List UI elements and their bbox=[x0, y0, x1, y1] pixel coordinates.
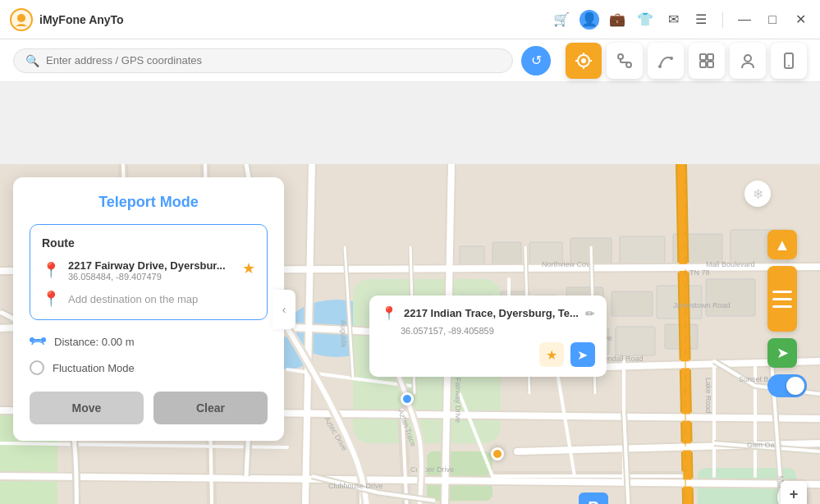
svg-text:TN 78: TN 78 bbox=[689, 268, 710, 277]
origin-coords: 36.058484, -89.407479 bbox=[68, 272, 234, 282]
svg-rect-17 bbox=[708, 62, 713, 67]
distance-icon bbox=[30, 333, 46, 351]
search-input-wrap[interactable]: 🔍 bbox=[13, 48, 513, 73]
menu-icon[interactable]: ☰ bbox=[691, 10, 711, 30]
freeze-location-button[interactable]: ❄ bbox=[744, 181, 771, 207]
svg-text:Augusta: Augusta bbox=[339, 320, 348, 347]
route-mode-button[interactable] bbox=[648, 43, 684, 79]
move-button[interactable]: Move bbox=[30, 392, 144, 424]
mail-icon[interactable]: ✉ bbox=[663, 10, 683, 30]
svg-text:Northview Cove: Northview Cove bbox=[542, 260, 594, 268]
svg-rect-40 bbox=[616, 327, 655, 355]
mode-toolbar bbox=[566, 43, 807, 79]
route-label: Route bbox=[42, 236, 255, 250]
flexible-mode-button[interactable] bbox=[689, 43, 725, 79]
distance-row: Distance: 0.00 m bbox=[30, 333, 268, 351]
svg-rect-35 bbox=[706, 279, 755, 316]
svg-rect-33 bbox=[612, 291, 653, 316]
popup-coords: 36.057157, -89.405859 bbox=[381, 326, 595, 336]
popup-actions: ★ ➤ bbox=[381, 342, 595, 367]
fluctuation-checkbox[interactable] bbox=[30, 360, 44, 375]
svg-text:Fairway Drive: Fairway Drive bbox=[454, 378, 462, 423]
svg-point-3 bbox=[581, 58, 586, 63]
minimize-button[interactable]: — bbox=[735, 10, 754, 30]
toggle-dot bbox=[786, 377, 804, 395]
map-toggle-button[interactable] bbox=[767, 374, 807, 397]
destination-map-dot bbox=[401, 392, 414, 405]
avatar-mode-button[interactable] bbox=[730, 43, 766, 79]
map-up-arrow-button[interactable]: ▲ bbox=[767, 230, 797, 259]
panel-title: Teleport Mode bbox=[30, 194, 268, 211]
app-logo bbox=[10, 8, 33, 31]
svg-text:Jamestown Road: Jamestown Road bbox=[673, 301, 731, 309]
svg-rect-16 bbox=[700, 62, 706, 67]
popup-location-icon: 📍 bbox=[381, 305, 397, 321]
destination-point[interactable]: 📍 Add destination on the map bbox=[42, 290, 255, 308]
panel-collapse-button[interactable]: ‹ bbox=[273, 290, 295, 329]
destination-icon: 📍 bbox=[42, 290, 60, 308]
map-speed-control[interactable] bbox=[767, 266, 797, 332]
popup-navigate-button[interactable]: ➤ bbox=[570, 342, 595, 367]
maximize-button[interactable]: □ bbox=[763, 10, 782, 30]
origin-point: 📍 2217 Fairway Drive, Dyersbur... 36.058… bbox=[42, 259, 255, 282]
origin-icon: 📍 bbox=[42, 261, 60, 279]
search-icon: 🔍 bbox=[25, 54, 39, 67]
teleport-mode-button[interactable] bbox=[566, 43, 602, 79]
popup-title: 2217 Indian Trace, Dyersburg, Te... bbox=[404, 307, 579, 319]
map-right-controls: ▲ ➤ bbox=[767, 230, 807, 397]
svg-text:Lake Road: Lake Road bbox=[704, 378, 712, 414]
svg-point-82 bbox=[41, 337, 46, 342]
origin-name: 2217 Fairway Drive, Dyersbur... bbox=[68, 259, 234, 272]
left-panel: Teleport Mode ‹ Route 📍 2217 Fairway Dri… bbox=[13, 177, 284, 441]
route-box: Route 📍 2217 Fairway Drive, Dyersbur... … bbox=[30, 224, 268, 320]
map-navigate-button[interactable]: ➤ bbox=[767, 338, 797, 368]
device-mode-button[interactable] bbox=[771, 43, 807, 79]
map-popup-header: 📍 2217 Indian Trace, Dyersburg, Te... ✏ bbox=[381, 305, 595, 321]
clear-button[interactable]: Clear bbox=[153, 392, 268, 424]
user-icon[interactable]: 👤 bbox=[579, 10, 599, 30]
svg-point-8 bbox=[618, 54, 623, 59]
zoom-in-button[interactable]: + bbox=[781, 481, 807, 504]
destination-placeholder: Add destination on the map bbox=[68, 293, 198, 305]
svg-rect-14 bbox=[700, 54, 706, 60]
close-button[interactable]: ✕ bbox=[790, 10, 810, 30]
multi-stop-mode-button[interactable] bbox=[607, 43, 643, 79]
popup-edit-icon[interactable]: ✏ bbox=[585, 307, 595, 320]
svg-point-18 bbox=[744, 55, 751, 62]
divider bbox=[722, 11, 723, 28]
distance-text: Distance: 0.00 m bbox=[54, 336, 135, 348]
svg-text:Mall Boulevard: Mall Boulevard bbox=[706, 260, 755, 268]
briefcase-icon[interactable]: 💼 bbox=[607, 10, 627, 30]
map-location-popup: 📍 2217 Indian Trace, Dyersburg, Te... ✏ … bbox=[369, 296, 607, 377]
search-input[interactable] bbox=[46, 54, 501, 66]
svg-rect-43 bbox=[492, 242, 521, 265]
svg-point-1 bbox=[17, 14, 25, 22]
popup-star-button[interactable]: ★ bbox=[539, 342, 564, 367]
map-container[interactable]: Lake Road Fairway Drive Wade Hampton Roa… bbox=[0, 164, 820, 504]
map-zoom-controls: + − bbox=[781, 481, 807, 504]
panel-buttons: Move Clear bbox=[30, 392, 268, 424]
svg-point-81 bbox=[30, 337, 34, 342]
fluctuation-label: Fluctuation Mode bbox=[53, 362, 135, 374]
svg-text:Cooper Drive: Cooper Drive bbox=[410, 465, 454, 474]
titlebar-icons: 🛒 👤 💼 👕 ✉ ☰ — □ ✕ bbox=[552, 10, 810, 30]
svg-text:Sunset B: Sunset B bbox=[739, 375, 769, 383]
shirt-icon[interactable]: 👕 bbox=[635, 10, 655, 30]
app-title: iMyFone AnyTo bbox=[39, 13, 552, 26]
svg-point-12 bbox=[658, 65, 662, 68]
titlebar: iMyFone AnyTo 🛒 👤 💼 👕 ✉ ☰ — □ ✕ bbox=[0, 0, 820, 39]
searchbar: 🔍 ↺ bbox=[0, 39, 820, 82]
svg-point-20 bbox=[788, 65, 790, 66]
origin-map-dot bbox=[491, 447, 504, 460]
fluctuation-row: Fluctuation Mode bbox=[30, 360, 268, 375]
origin-info: 2217 Fairway Drive, Dyersbur... 36.05848… bbox=[68, 259, 234, 282]
svg-point-13 bbox=[670, 57, 673, 60]
cart-icon[interactable]: 🛒 bbox=[552, 10, 571, 30]
svg-text:Clubhouse Drive: Clubhouse Drive bbox=[328, 482, 383, 490]
svg-rect-15 bbox=[708, 54, 713, 60]
parking-badge: P bbox=[579, 493, 608, 504]
refresh-button[interactable]: ↺ bbox=[521, 46, 551, 76]
origin-star[interactable]: ★ bbox=[242, 259, 255, 277]
